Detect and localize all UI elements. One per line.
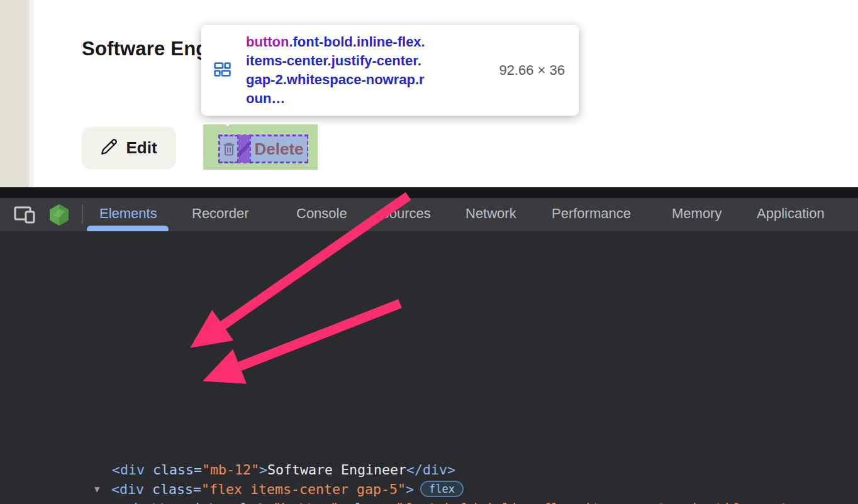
devtools-toolbar: ElementsRecorderConsoleSourcesNetworkPer…	[0, 198, 858, 231]
page-left-strip	[0, 0, 29, 187]
tab-memory[interactable]: Memory	[672, 205, 722, 222]
tooltip-selector-line: oun…	[246, 89, 488, 108]
tab-network[interactable]: Network	[465, 205, 516, 222]
edit-button-label: Edit	[126, 138, 157, 158]
collapse-arrow-icon[interactable]: ▼	[94, 479, 99, 499]
code-token: class=	[145, 462, 202, 478]
delete-button-text-box: Delete	[250, 135, 308, 163]
tooltip-selector-line: gap-2.whitespace-nowrap.r	[246, 70, 488, 89]
code-token: <div	[111, 481, 144, 497]
code-token: data-slot=	[183, 500, 273, 504]
dom-tree-row[interactable]: ▼<div class="flex items-center gap-5">fl…	[0, 479, 858, 499]
code-token: "button"	[273, 500, 338, 504]
delete-button-label: Delete	[254, 140, 303, 159]
code-token: class=	[144, 481, 201, 497]
tooltip-selector: button.font-bold.inline-flex.items-cente…	[246, 33, 488, 108]
code-token: >	[406, 481, 414, 497]
tooltip-class-list: oun…	[246, 90, 285, 106]
dom-tree-row[interactable]: <div class="mb-12">Software Engineer</di…	[0, 460, 858, 479]
code-token: class=	[338, 500, 396, 504]
tooltip-pointer	[214, 114, 242, 126]
toolbar-divider	[82, 205, 83, 224]
page-title: Software Eng	[82, 38, 208, 60]
delete-button-inspect-highlight[interactable]: Delete	[203, 124, 318, 170]
page-left-divider	[29, 0, 33, 187]
trash-icon	[219, 135, 238, 163]
code-token: "font-bold inline-flex items-center just…	[396, 500, 845, 504]
flex-gap-highlight	[238, 135, 250, 163]
tooltip-class-list: .font-bold.inline-flex.	[289, 34, 425, 50]
tooltip-selector-line: button.font-bold.inline-flex.	[246, 33, 488, 52]
code-token: "flex items-center gap-5"	[201, 481, 406, 497]
elements-panel: <div class="mb-12">Software Engineer</di…	[0, 231, 858, 504]
edit-button[interactable]: Edit	[82, 127, 176, 169]
node-icon[interactable]	[48, 204, 70, 229]
code-token: <div	[112, 462, 145, 478]
devtools-top-edge	[0, 187, 858, 198]
code-token: "mb-12"	[202, 462, 259, 478]
expand-arrow-icon[interactable]: ▶	[109, 498, 114, 504]
tooltip-class-list: items-center.justify-center.	[246, 53, 421, 68]
code-token: Software Engineer	[267, 462, 406, 478]
code-token: >	[259, 462, 267, 478]
tooltip-dimensions: 92.66 × 36	[499, 62, 565, 79]
tab-application[interactable]: Application	[757, 205, 825, 222]
device-toolbar-icon[interactable]	[14, 205, 36, 227]
tooltip-class-list: gap-2.whitespace-nowrap.r	[246, 72, 425, 87]
flex-badge[interactable]: flex	[420, 481, 464, 497]
tooltip-selector-line: items-center.justify-center.	[246, 52, 488, 70]
flex-layout-icon	[214, 62, 231, 79]
tab-console[interactable]: Console	[296, 205, 347, 222]
tab-recorder[interactable]: Recorder	[192, 205, 248, 222]
pencil-icon	[101, 138, 118, 158]
screenshot-root: Software Eng Edit Delete button.font-bol…	[0, 0, 858, 504]
tab-sources[interactable]: Sources	[380, 205, 431, 222]
code-token: </div>	[406, 462, 455, 478]
code-token: <button	[126, 500, 183, 504]
dom-tree-row[interactable]: ▶<button data-slot="button" class="font-…	[0, 498, 858, 504]
tab-performance[interactable]: Performance	[552, 205, 631, 222]
inspect-tooltip: button.font-bold.inline-flex.items-cente…	[201, 25, 579, 116]
tooltip-tag-name: button	[246, 34, 289, 50]
tab-elements[interactable]: Elements	[99, 205, 157, 222]
